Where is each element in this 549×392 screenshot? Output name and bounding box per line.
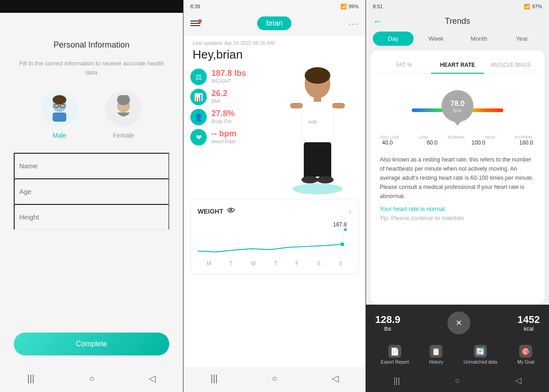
user-badge[interactable]: brian xyxy=(257,16,292,30)
tab-day[interactable]: Day xyxy=(373,32,414,46)
menu-button[interactable] xyxy=(190,21,200,26)
black-top-bar xyxy=(0,0,183,13)
nav-home-icon[interactable]: ○ xyxy=(89,373,94,384)
tab-heart-rate[interactable]: HEART RATE xyxy=(431,57,484,74)
female-avatar xyxy=(105,91,142,127)
gauge-container: 78.0 bpm xyxy=(412,90,503,127)
weight-chart-svg xyxy=(198,228,351,256)
gauge-unit: bpm xyxy=(453,108,462,113)
nav-my-goal[interactable]: 🎯 My Goal xyxy=(517,345,534,365)
nav-home-icon-2[interactable]: ○ xyxy=(272,373,277,384)
status-icons-2: 📶 99% xyxy=(340,4,359,10)
bottom-calories-unit: kcal xyxy=(524,326,533,332)
normal-text: Your heart rate is normal. xyxy=(377,205,538,212)
nav-menu-icon-3[interactable]: ||| xyxy=(393,376,400,386)
age-input[interactable] xyxy=(14,178,169,204)
nav-unmatched-data[interactable]: 🔄 Unmatched data xyxy=(463,345,497,365)
nav-back-icon[interactable]: ◁ xyxy=(149,373,156,384)
greeting-text: Hey,brian xyxy=(183,46,366,66)
unmatched-data-label: Unmatched data xyxy=(463,360,497,365)
eye-icon[interactable]: 👁 xyxy=(227,206,235,216)
weight-header: WEIGHT 👁 › xyxy=(198,206,351,216)
bmi-label: BMI xyxy=(211,98,227,104)
name-input[interactable] xyxy=(14,153,169,178)
bodyfat-value: 27.8% xyxy=(211,109,235,118)
tab-muscle-mass[interactable]: MUSCLE MASS xyxy=(484,57,538,74)
bottom-weight-value: 128.9 xyxy=(375,314,400,326)
status-time-3: 8:51 xyxy=(373,4,382,9)
nav-history[interactable]: 📋 History xyxy=(429,345,443,365)
tab-month[interactable]: Month xyxy=(459,32,500,46)
time-tabs: Day Week Month Year xyxy=(366,32,549,50)
main-card: FAT % HEART RATE MUSCLE MASS 78.0 bpm TO… xyxy=(371,50,544,305)
trends-title: Trends xyxy=(445,16,470,26)
stats-list: ⚖ 187.8 lbs WEIGHT 📊 26.2 BMI 👤 xyxy=(190,66,276,194)
heartrate-info: -- bpm Heart Rate xyxy=(211,129,237,144)
panel2-nav-bar: ||| ○ ◁ xyxy=(183,367,366,392)
bmi-info: 26.2 BMI xyxy=(211,89,227,104)
chart-days: M T W T F S S xyxy=(198,258,351,267)
female-label: Female xyxy=(113,132,135,139)
female-option[interactable]: Female xyxy=(105,91,142,139)
nav-menu-icon[interactable]: ||| xyxy=(27,373,35,384)
label-low: LOW xyxy=(419,135,428,140)
nav-back-icon-2[interactable]: ◁ xyxy=(332,373,339,384)
notification-dot xyxy=(198,19,202,23)
weight-stat: ⚖ 187.8 lbs WEIGHT xyxy=(190,69,276,85)
nav-home-icon-3[interactable]: ○ xyxy=(455,376,460,386)
export-report-label: Export Report xyxy=(381,360,409,365)
status-bar-3: 8:51 📶 97% xyxy=(366,0,549,13)
menu-line-3 xyxy=(190,25,200,26)
nav-export-report[interactable]: 📄 Export Report xyxy=(381,345,409,365)
nav-back-icon-3[interactable]: ◁ xyxy=(515,376,522,386)
svg-point-9 xyxy=(305,67,330,84)
bmi-icon: 📊 xyxy=(190,89,207,105)
export-report-icon: 📄 xyxy=(388,345,401,358)
panel1-subtitle: Fill in the correct information to recei… xyxy=(0,59,183,77)
my-goal-label: My Goal xyxy=(517,360,534,365)
bottom-calories-value: 1452 xyxy=(517,314,540,326)
heartrate-stat: ❤ -- bpm Heart Rate xyxy=(190,129,276,145)
heartrate-icon: ❤ xyxy=(190,129,207,145)
gauge-value: 78.0 xyxy=(450,100,464,108)
male-avatar xyxy=(41,91,78,127)
bodyfat-label: Body Fat xyxy=(211,118,235,124)
complete-button[interactable]: Complete xyxy=(14,333,169,355)
weight-chevron-icon[interactable]: › xyxy=(349,207,351,215)
svg-text:eufy: eufy xyxy=(308,119,318,124)
menu-line-2 xyxy=(190,23,200,24)
bottom-nav-3: 📄 Export Report 📋 History 🔄 Unmatched da… xyxy=(366,341,549,371)
weight-info: 187.8 lbs WEIGHT xyxy=(211,69,246,84)
chart-dot xyxy=(344,228,347,231)
last-updated-text: Last updated: Apr.24 2022 08:36:AM xyxy=(183,36,366,46)
header-2: brian ··· xyxy=(183,13,366,36)
bottom-weight-stat: 128.9 lbs xyxy=(375,314,400,332)
svg-point-20 xyxy=(292,183,343,194)
description-text: Also known as a resting heart rate, this… xyxy=(377,155,538,201)
heart-rate-chart: 78.0 bpm TOO LOW LOW NORMAL HIGH EXTREM.… xyxy=(377,81,538,150)
height-input[interactable] xyxy=(14,204,169,230)
male-option[interactable]: Male xyxy=(41,91,78,139)
avatar-area: eufy xyxy=(276,66,359,194)
svg-rect-18 xyxy=(290,103,303,108)
chart-value: 187.8 xyxy=(333,221,347,228)
tab-week[interactable]: Week xyxy=(416,32,457,46)
tab-fat[interactable]: FAT % xyxy=(377,57,431,74)
heartrate-value: -- bpm xyxy=(211,129,237,139)
nav-menu-icon-2[interactable]: ||| xyxy=(210,373,218,384)
num-60: 60.0 xyxy=(427,140,437,146)
gender-selector: Male Female xyxy=(41,91,142,139)
my-goal-icon: 🎯 xyxy=(519,345,532,358)
weight-label: WEIGHT xyxy=(211,78,246,84)
status-icons-3: 📶 97% xyxy=(524,4,542,10)
back-button[interactable]: ← xyxy=(373,16,383,27)
num-40: 40.0 xyxy=(382,140,393,146)
more-options-button[interactable]: ··· xyxy=(348,18,359,29)
close-button[interactable]: × xyxy=(447,311,470,334)
tab-year[interactable]: Year xyxy=(501,32,542,46)
metric-tabs: FAT % HEART RATE MUSCLE MASS xyxy=(377,57,538,74)
weight-value: 187.8 lbs xyxy=(211,69,246,78)
bodyfat-info: 27.8% Body Fat xyxy=(211,109,235,124)
battery-icon-3: 97% xyxy=(532,4,542,9)
bottom-weight-unit: lbs xyxy=(384,326,391,332)
